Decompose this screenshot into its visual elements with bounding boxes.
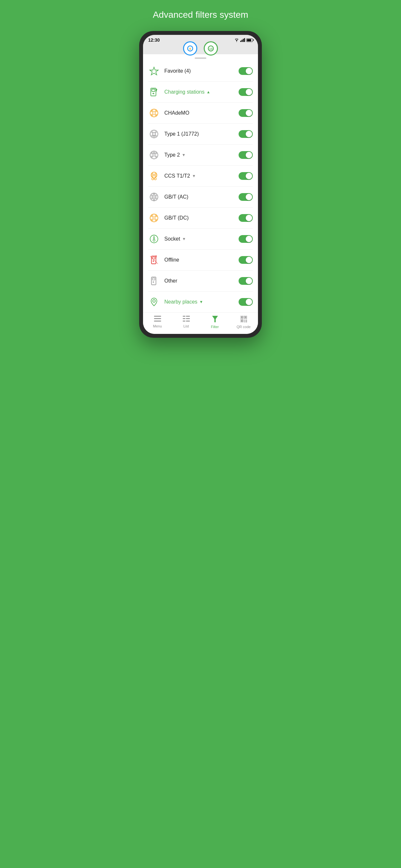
favorite-toggle[interactable] bbox=[239, 67, 253, 75]
filter-item-other[interactable]: Other bbox=[148, 271, 253, 291]
gbt-ac-toggle[interactable] bbox=[239, 193, 253, 201]
socket-toggle[interactable] bbox=[239, 235, 253, 243]
nav-menu-label: Menu bbox=[153, 324, 162, 328]
filter-item-charging-stations[interactable]: Charging stations ▲ bbox=[148, 82, 253, 103]
nav-list-label: List bbox=[183, 324, 189, 328]
ccs-chevron: ▼ bbox=[192, 174, 196, 178]
outer-container: Advanced filters system 12:30 bbox=[134, 6, 267, 338]
favorite-label: Favorite (4) bbox=[164, 68, 234, 74]
gbt-dc-toggle[interactable] bbox=[239, 214, 253, 222]
svg-point-29 bbox=[151, 156, 153, 157]
filter-item-gbt-ac[interactable]: GB/T (AC) bbox=[148, 187, 253, 208]
svg-point-50 bbox=[151, 215, 153, 217]
type1-icon bbox=[148, 128, 160, 140]
type1-label: Type 1 (J1772) bbox=[164, 131, 234, 137]
svg-point-21 bbox=[155, 132, 156, 133]
svg-rect-75 bbox=[183, 321, 185, 321]
nav-menu[interactable]: Menu bbox=[143, 316, 172, 329]
list-icon bbox=[183, 316, 190, 323]
chademo-label: CHAdeMO bbox=[164, 110, 234, 116]
svg-point-26 bbox=[153, 154, 155, 156]
other-toggle[interactable] bbox=[239, 277, 253, 285]
svg-point-0 bbox=[236, 41, 237, 42]
other-icon bbox=[148, 275, 160, 287]
filter-item-socket[interactable]: Socket ▼ bbox=[148, 228, 253, 250]
filter-item-nearby-places[interactable]: Nearby places ▼ bbox=[148, 291, 253, 312]
svg-text:6: 6 bbox=[189, 47, 191, 51]
type2-label: Type 2 ▼ bbox=[164, 152, 234, 158]
filter-item-offline[interactable]: Offline bbox=[148, 250, 253, 271]
filter-item-gbt-dc[interactable]: GB/T (DC) bbox=[148, 208, 253, 228]
signal-icon bbox=[240, 38, 245, 42]
offline-icon bbox=[148, 254, 160, 266]
svg-point-16 bbox=[151, 114, 153, 116]
phone-shell: 12:30 bbox=[139, 31, 262, 338]
filter-item-favorite[interactable]: Favorite (4) bbox=[148, 61, 253, 82]
filter-item-chademo[interactable]: CHAdeMO bbox=[148, 103, 253, 124]
svg-point-22 bbox=[152, 135, 153, 136]
type2-icon bbox=[148, 149, 160, 161]
charging-stations-label: Charging stations ▲ bbox=[164, 89, 234, 95]
favorite-icon bbox=[148, 65, 160, 77]
filter-item-type2[interactable]: Type 2 ▼ bbox=[148, 145, 253, 166]
svg-point-53 bbox=[155, 219, 157, 221]
socket-chevron: ▼ bbox=[182, 237, 186, 241]
svg-text:13: 13 bbox=[209, 47, 212, 51]
svg-point-34 bbox=[151, 173, 153, 175]
svg-point-39 bbox=[154, 178, 156, 180]
status-icons bbox=[235, 38, 253, 42]
nav-qrcode[interactable]: QR code bbox=[229, 316, 258, 329]
chademo-toggle[interactable] bbox=[239, 109, 253, 117]
svg-point-51 bbox=[155, 215, 157, 217]
gbt-dc-icon bbox=[148, 212, 160, 224]
socket-label: Socket ▼ bbox=[164, 236, 234, 242]
filter-item-ccs[interactable]: CCS T1/T2 ▼ bbox=[148, 166, 253, 187]
bottom-nav: Menu List bbox=[143, 312, 258, 334]
wifi-icon bbox=[235, 38, 239, 42]
svg-marker-77 bbox=[212, 316, 218, 322]
charging-station-icon bbox=[148, 86, 160, 98]
svg-point-36 bbox=[151, 176, 153, 177]
svg-point-30 bbox=[155, 156, 157, 157]
svg-point-31 bbox=[153, 152, 155, 153]
svg-rect-84 bbox=[244, 320, 245, 321]
svg-point-67 bbox=[153, 300, 155, 302]
svg-point-37 bbox=[155, 176, 157, 177]
svg-point-41 bbox=[153, 196, 155, 198]
nav-list[interactable]: List bbox=[172, 316, 201, 329]
gbt-dc-label: GB/T (DC) bbox=[164, 215, 234, 221]
filter-item-type1[interactable]: Type 1 (J1772) bbox=[148, 124, 253, 145]
chademo-icon bbox=[148, 107, 160, 119]
type1-toggle[interactable] bbox=[239, 130, 253, 138]
svg-point-33 bbox=[153, 174, 155, 176]
nav-filter-label: Filter bbox=[211, 325, 219, 329]
map-circle-blue: 6 bbox=[183, 41, 197, 56]
filter-icon bbox=[212, 316, 218, 324]
nearby-places-label: Nearby places ▼ bbox=[164, 299, 234, 305]
svg-point-12 bbox=[150, 109, 158, 117]
offline-label: Offline bbox=[164, 257, 234, 263]
svg-rect-73 bbox=[183, 318, 185, 319]
svg-point-55 bbox=[153, 239, 155, 241]
page-title: Advanced filters system bbox=[146, 6, 255, 23]
svg-point-43 bbox=[155, 195, 157, 196]
svg-rect-76 bbox=[186, 321, 190, 321]
offline-toggle[interactable] bbox=[239, 256, 253, 264]
svg-point-38 bbox=[152, 178, 154, 180]
nearby-places-toggle[interactable] bbox=[239, 298, 253, 306]
svg-marker-5 bbox=[150, 67, 158, 75]
svg-point-42 bbox=[151, 195, 153, 196]
type2-toggle[interactable] bbox=[239, 151, 253, 159]
svg-rect-79 bbox=[241, 316, 243, 318]
charging-stations-toggle[interactable] bbox=[239, 88, 253, 96]
svg-point-13 bbox=[153, 112, 155, 114]
svg-rect-81 bbox=[245, 316, 246, 318]
svg-rect-7 bbox=[152, 89, 155, 91]
charging-stations-chevron: ▲ bbox=[207, 90, 211, 94]
svg-rect-83 bbox=[241, 320, 243, 321]
svg-rect-70 bbox=[154, 321, 161, 321]
svg-point-45 bbox=[155, 197, 157, 199]
nav-filter[interactable]: Filter bbox=[201, 316, 229, 329]
svg-point-46 bbox=[153, 194, 155, 195]
ccs-toggle[interactable] bbox=[239, 172, 253, 180]
